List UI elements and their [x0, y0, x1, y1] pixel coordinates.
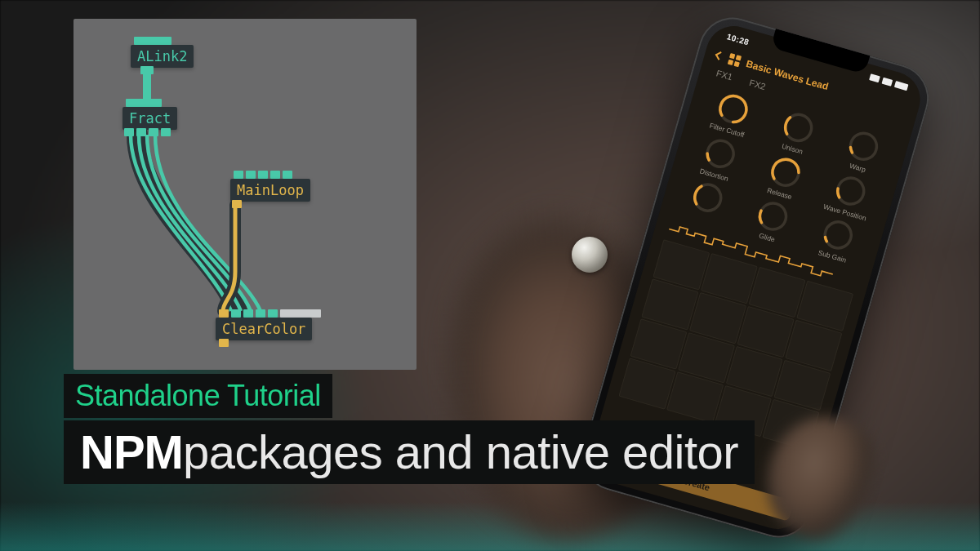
node-label: ClearColor — [222, 321, 305, 337]
battery-icon — [894, 81, 909, 91]
node-ports — [234, 171, 292, 179]
svg-point-4 — [769, 156, 802, 189]
node-graph-panel: ALink2 Fract MainLoop ClearColor — [74, 19, 416, 370]
tab-fx2[interactable]: FX2 — [743, 74, 772, 94]
node-fract[interactable]: Fract — [122, 107, 177, 130]
chevron-left-icon[interactable] — [715, 51, 724, 60]
subtitle-bar: Standalone Tutorial — [64, 374, 332, 418]
ring — [572, 237, 608, 273]
svg-point-1 — [782, 112, 815, 144]
tab-fx1[interactable]: FX1 — [710, 65, 738, 85]
node-ports — [126, 99, 162, 107]
svg-point-8 — [822, 219, 855, 251]
node-mainloop[interactable]: MainLoop — [230, 179, 310, 202]
svg-point-2 — [848, 131, 880, 163]
signal-icon — [869, 73, 880, 82]
node-alink2[interactable]: ALink2 — [131, 45, 194, 68]
node-label: ALink2 — [137, 48, 187, 64]
subtitle-text: Standalone Tutorial — [75, 379, 321, 412]
title-rest: packages and native editor — [183, 429, 738, 476]
node-ports — [134, 37, 172, 45]
node-label: Fract — [129, 110, 171, 127]
node-label: MainLoop — [237, 182, 304, 198]
node-ports — [124, 128, 171, 136]
svg-point-5 — [835, 175, 867, 207]
status-right-icons — [869, 73, 908, 91]
grid-icon[interactable] — [728, 53, 742, 67]
wifi-icon — [881, 78, 893, 87]
node-clearcolor[interactable]: ClearColor — [216, 318, 312, 340]
node-ports — [219, 309, 321, 318]
svg-point-3 — [704, 137, 737, 170]
svg-point-6 — [692, 181, 724, 214]
node-ports — [232, 200, 242, 208]
node-ports — [140, 66, 154, 74]
svg-point-7 — [757, 200, 790, 233]
svg-point-0 — [717, 93, 750, 126]
node-ports — [219, 339, 229, 347]
title-bold: NPM — [80, 429, 183, 476]
status-time: 10:28 — [726, 32, 751, 47]
title-bar: NPM packages and native editor — [64, 420, 755, 484]
